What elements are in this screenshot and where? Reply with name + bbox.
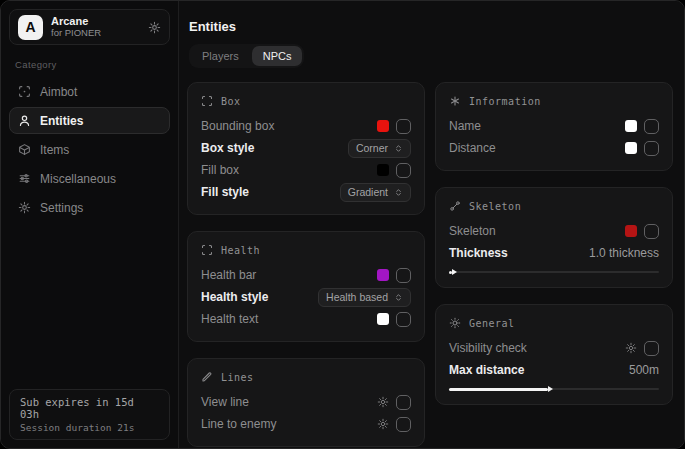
color-swatch[interactable] (377, 164, 389, 176)
slider-handle[interactable] (449, 271, 452, 274)
setting-row-distance: Distance (449, 137, 659, 159)
page-title: Entities (189, 19, 673, 34)
unfold-icon (394, 188, 403, 197)
checkbox[interactable] (396, 395, 411, 410)
color-swatch[interactable] (377, 120, 389, 132)
sidebar-nav: Aimbot Entities Items Miscellaneous (9, 78, 170, 221)
main-panel: Entities Players NPCs Box Bounding box (179, 1, 685, 448)
sidebar-item-items[interactable]: Items (9, 136, 170, 163)
tab-players[interactable]: Players (191, 46, 250, 66)
cube-icon (18, 143, 31, 156)
color-swatch[interactable] (377, 313, 389, 325)
card-skeleton: Skeleton Skeleton Thickness 1.0 thicknes… (435, 187, 673, 288)
subscription-info: Sub expires in 15d 03h Session duration … (9, 389, 170, 440)
checkbox[interactable] (396, 268, 411, 283)
color-swatch[interactable] (625, 142, 637, 154)
setting-row-box-style: Box style Corner (201, 137, 411, 159)
sidebar-item-label: Items (40, 143, 69, 157)
checkbox[interactable] (644, 224, 659, 239)
color-swatch[interactable] (625, 225, 637, 237)
sidebar: A Arcane for PIONER Category Aimbot Enti… (1, 1, 179, 448)
card-information: Information Name Distance (435, 82, 673, 171)
category-label: Category (15, 59, 164, 70)
box-style-dropdown[interactable]: Corner (348, 139, 411, 158)
health-style-dropdown[interactable]: Health based (318, 288, 411, 307)
checkbox[interactable] (644, 341, 659, 356)
gear-icon (18, 201, 31, 214)
window: A Arcane for PIONER Category Aimbot Enti… (0, 0, 685, 449)
setting-row-name: Name (449, 115, 659, 137)
max-distance-slider[interactable] (449, 385, 659, 393)
card-general: General Visibility check Max distance 50… (435, 304, 673, 405)
checkbox[interactable] (396, 417, 411, 432)
card-health: Health Health bar Health style Health ba… (187, 231, 425, 342)
checkbox[interactable] (396, 119, 411, 134)
sliders-icon (18, 172, 31, 185)
sidebar-item-label: Aimbot (40, 85, 77, 99)
pencil-icon (201, 371, 213, 383)
left-column: Box Bounding box Box style Corner (187, 82, 425, 447)
color-swatch[interactable] (377, 269, 389, 281)
gear-icon[interactable] (625, 342, 637, 354)
sidebar-item-entities[interactable]: Entities (9, 107, 170, 134)
setting-row-view-line: View line (201, 391, 411, 413)
card-lines: Lines View line Line to enemy (187, 358, 425, 447)
checkbox[interactable] (396, 312, 411, 327)
unfold-icon (394, 144, 403, 153)
thickness-slider[interactable] (449, 268, 659, 276)
card-box: Box Bounding box Box style Corner (187, 82, 425, 215)
checkbox[interactable] (644, 119, 659, 134)
right-column: Information Name Distance (435, 82, 673, 405)
tab-npcs[interactable]: NPCs (252, 46, 303, 66)
sidebar-item-miscellaneous[interactable]: Miscellaneous (9, 165, 170, 192)
setting-row-visibility-check: Visibility check (449, 337, 659, 359)
setting-row-max-distance: Max distance 500m (449, 359, 659, 381)
setting-row-health-text: Health text (201, 308, 411, 330)
gear-icon[interactable] (377, 418, 389, 430)
brand-logo: A (18, 15, 43, 40)
unfold-icon (394, 293, 403, 302)
card-title: General (469, 318, 515, 329)
slider-handle[interactable] (449, 388, 548, 391)
card-title: Skeleton (469, 201, 521, 212)
checkbox[interactable] (396, 163, 411, 178)
session-duration-text: Session duration 21s (20, 422, 159, 433)
card-title: Health (221, 245, 260, 256)
setting-row-fill-box: Fill box (201, 159, 411, 181)
setting-row-line-to-enemy: Line to enemy (201, 413, 411, 435)
sun-icon (449, 317, 461, 329)
asterisk-icon (449, 95, 461, 107)
crosshair-icon (18, 85, 31, 98)
sidebar-item-aimbot[interactable]: Aimbot (9, 78, 170, 105)
bone-icon (449, 200, 461, 212)
card-title: Information (469, 96, 541, 107)
card-title: Box (221, 96, 241, 107)
card-title: Lines (221, 372, 254, 383)
setting-row-bounding-box: Bounding box (201, 115, 411, 137)
sidebar-item-label: Entities (40, 114, 83, 128)
setting-row-health-style: Health style Health based (201, 286, 411, 308)
brand-header: A Arcane for PIONER (9, 9, 170, 45)
brand-subtitle: for PIONER (51, 28, 140, 39)
brand-name: Arcane (51, 15, 140, 28)
setting-row-health-bar: Health bar (201, 264, 411, 286)
fill-style-dropdown[interactable]: Gradient (340, 183, 411, 202)
color-swatch[interactable] (625, 120, 637, 132)
sidebar-item-settings[interactable]: Settings (9, 194, 170, 221)
person-icon (18, 114, 31, 127)
setting-row-fill-style: Fill style Gradient (201, 181, 411, 203)
scan-icon (201, 95, 213, 107)
gear-icon[interactable] (377, 396, 389, 408)
sub-expiry-text: Sub expires in 15d 03h (20, 396, 159, 420)
thickness-value: 1.0 thickness (589, 246, 659, 260)
sidebar-item-label: Settings (40, 201, 83, 215)
entity-tabs: Players NPCs (189, 44, 304, 68)
scan-icon (201, 244, 213, 256)
setting-row-thickness: Thickness 1.0 thickness (449, 242, 659, 264)
gear-icon[interactable] (148, 21, 161, 34)
setting-row-skeleton: Skeleton (449, 220, 659, 242)
max-distance-value: 500m (629, 363, 659, 377)
checkbox[interactable] (644, 141, 659, 156)
sidebar-item-label: Miscellaneous (40, 172, 116, 186)
